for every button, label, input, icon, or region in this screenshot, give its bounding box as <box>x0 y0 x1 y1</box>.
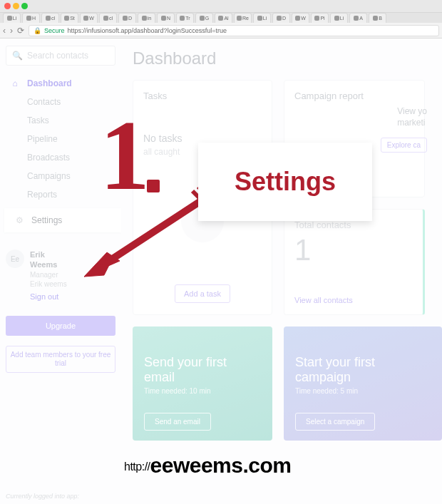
favicon-icon <box>334 16 339 21</box>
cards-row-top: Tasks No tasks all caught Add a task Cam… <box>133 80 442 315</box>
favicon-icon <box>7 16 12 21</box>
browser-tabs: LiHclStWclDinNTrGAlReLiDWPiLiAB <box>0 13 442 23</box>
campaign-view-line2: marketi <box>397 118 425 128</box>
window-controls <box>0 0 442 13</box>
app-frame: 🔍 Search contacts ⌂ Dashboard Contacts T… <box>0 38 442 504</box>
browser-tab[interactable]: cl <box>41 13 59 23</box>
reload-button[interactable]: ⟳ <box>17 26 24 36</box>
favicon-icon <box>373 16 378 21</box>
browser-tab[interactable]: Al <box>215 13 232 23</box>
explore-campaigns-button[interactable]: Explore ca <box>381 138 427 153</box>
browser-tab-label: cl <box>109 16 113 21</box>
campaign-report-text: View yo marketi <box>397 106 427 128</box>
browser-tab[interactable]: A <box>349 13 367 23</box>
browser-tab[interactable]: Pi <box>311 13 329 23</box>
sidebar-item-label: Reports <box>27 190 57 200</box>
browser-tab[interactable]: Li <box>253 13 271 23</box>
favicon-icon <box>180 16 185 21</box>
campaign-report-card: Campaign report View yo marketi Explore … <box>284 80 425 197</box>
browser-tab[interactable]: Li <box>330 13 348 23</box>
browser-tab[interactable]: cl <box>99 13 117 23</box>
favicon-icon <box>314 16 319 21</box>
browser-tab-label: Li <box>263 16 267 21</box>
browser-tab[interactable]: B <box>369 13 386 23</box>
sidebar-item-reports[interactable]: Reports <box>10 190 115 200</box>
favicon-icon <box>200 16 205 21</box>
cta-campaign-button[interactable]: Select a campaign <box>295 413 375 431</box>
cta-campaign-card[interactable]: Start your first campaign Time needed: 5… <box>284 326 442 441</box>
user-role: Manager <box>30 270 67 279</box>
favicon-icon <box>257 16 262 21</box>
browser-tab[interactable]: N <box>157 13 175 23</box>
lock-icon: 🔒 <box>34 27 41 34</box>
minimize-window-icon[interactable] <box>13 3 19 9</box>
user-name-first: Erik <box>30 250 67 259</box>
favicon-icon <box>295 16 300 21</box>
signout-link[interactable]: Sign out <box>30 292 67 302</box>
favicon-icon <box>354 16 359 21</box>
favicon-icon <box>237 16 242 21</box>
user-name-last: Weems <box>30 259 67 269</box>
user-card: Ee Erik Weems Manager Erik weems Sign ou… <box>6 250 115 302</box>
forward-button[interactable]: › <box>10 26 13 36</box>
browser-tab-label: cl <box>51 16 55 21</box>
browser-tab-label: A <box>359 16 363 21</box>
cta-campaign-time: Time needed: 5 min <box>295 387 431 395</box>
sidebar-item-campaigns[interactable]: Campaigns <box>10 171 115 181</box>
browser-tab[interactable]: Re <box>234 13 252 23</box>
sidebar-item-label: Contacts <box>27 97 61 107</box>
browser-tab[interactable]: W <box>292 13 309 23</box>
favicon-icon <box>142 16 147 21</box>
favicon-icon <box>26 16 31 21</box>
browser-tab[interactable]: Tr <box>176 13 194 23</box>
browser-tab[interactable]: Li <box>3 13 21 23</box>
browser-tab-label: Tr <box>185 16 190 21</box>
favicon-icon <box>218 16 223 21</box>
browser-tab-label: Re <box>242 16 249 21</box>
browser-tab[interactable]: D <box>118 13 136 23</box>
url-text: https://infusionsoft.app/dashboard?login… <box>68 27 227 34</box>
tasks-card: Tasks No tasks all caught Add a task <box>133 80 272 315</box>
sidebar-item-settings[interactable]: ⚙ Settings <box>4 208 121 232</box>
browser-tab[interactable]: in <box>138 13 155 23</box>
cta-email-card[interactable]: Send your first email Time needed: 10 mi… <box>133 326 272 441</box>
browser-tab-label: in <box>148 16 151 21</box>
home-icon: ⌂ <box>10 78 20 88</box>
upgrade-button[interactable]: Upgrade <box>6 316 115 336</box>
sidebar: 🔍 Search contacts ⌂ Dashboard Contacts T… <box>0 38 121 504</box>
sidebar-item-pipeline[interactable]: Pipeline <box>10 134 115 144</box>
view-all-contacts-link[interactable]: View all contacts <box>294 296 413 304</box>
campaign-view-line1: View yo <box>397 106 427 116</box>
add-team-button[interactable]: Add team members to your free trial <box>6 346 115 373</box>
avatar[interactable]: Ee <box>6 250 24 268</box>
sidebar-item-broadcasts[interactable]: Broadcasts <box>10 153 115 163</box>
user-info: Erik Weems Manager Erik weems Sign out <box>30 250 67 302</box>
browser-tab-label: H <box>32 16 36 21</box>
sidebar-item-dashboard[interactable]: ⌂ Dashboard <box>10 78 115 88</box>
sidebar-item-contacts[interactable]: Contacts <box>10 97 115 107</box>
back-button[interactable]: ‹ <box>3 26 6 36</box>
browser-tab[interactable]: St <box>61 13 78 23</box>
browser-tab-label: Li <box>340 16 344 21</box>
gear-icon: ⚙ <box>14 215 24 225</box>
logged-into-label: Currently logged into app: <box>6 493 115 500</box>
sidebar-item-label: Tasks <box>27 115 49 125</box>
zoom-window-icon[interactable] <box>21 3 28 9</box>
address-bar[interactable]: 🔒 Secure https://infusionsoft.app/dashbo… <box>29 25 439 36</box>
cta-email-button[interactable]: Send an email <box>144 413 211 431</box>
browser-tab[interactable]: H <box>22 13 40 23</box>
favicon-icon <box>46 16 51 21</box>
browser-tab-label: B <box>379 16 382 21</box>
browser-tab[interactable]: D <box>272 13 290 23</box>
sidebar-item-label: Dashboard <box>27 78 72 88</box>
browser-tab[interactable]: G <box>195 13 213 23</box>
cta-row: Send your first email Time needed: 10 mi… <box>133 326 442 441</box>
add-task-button[interactable]: Add a task <box>175 284 230 303</box>
browser-tab-label: St <box>70 16 75 21</box>
sidebar-item-tasks[interactable]: Tasks <box>10 115 115 125</box>
right-column: Campaign report View yo marketi Explore … <box>284 80 425 315</box>
close-window-icon[interactable] <box>4 3 11 9</box>
search-input[interactable]: 🔍 Search contacts <box>6 46 115 66</box>
tasks-headline: No tasks <box>143 133 262 144</box>
browser-tab[interactable]: W <box>80 13 98 23</box>
